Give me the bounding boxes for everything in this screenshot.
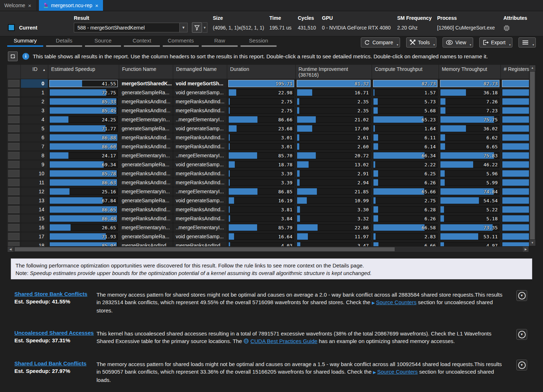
col-header-registers[interactable]: # Registers (501, 65, 529, 79)
cell-estimated-speedup[interactable]: 85.78 (48, 169, 119, 178)
col-header-function-name[interactable]: Function Name (119, 65, 173, 79)
cell-memory-throughput[interactable]: 6.62 (439, 133, 501, 142)
cell-runtime-improvement[interactable]: 3.32 (296, 214, 372, 223)
cell-registers[interactable] (501, 241, 529, 246)
cell-registers[interactable] (501, 97, 529, 106)
cell-id[interactable]: 9 (21, 160, 48, 169)
tab-context[interactable]: Context (124, 37, 160, 49)
cell-function-name[interactable]: generateSampleRa... (119, 124, 173, 133)
cell-compute-throughput[interactable]: 1.57 (372, 88, 439, 97)
col-header-demangled-name[interactable]: Demangled Name (173, 65, 227, 79)
cell-id[interactable]: 2 (21, 97, 48, 106)
inline-link[interactable]: CUDA Best Practices Guide (250, 338, 317, 344)
cell-runtime-improvement[interactable]: 3.30 (296, 205, 372, 214)
cell-compute-throughput[interactable]: 6.11 (372, 133, 439, 142)
cell-id[interactable]: 16 (21, 223, 48, 232)
cell-runtime-improvement[interactable]: 11.97 (296, 232, 372, 241)
scroll-down-icon[interactable]: ▼ (529, 240, 535, 246)
cell-duration[interactable]: 3.01 (227, 133, 296, 142)
cell-demangled-name[interactable]: mergeRanksAndInd... (173, 106, 227, 115)
cell-memory-throughput[interactable]: 46.22 (439, 160, 501, 169)
cell-function-name[interactable]: mergeSortSharedK... (119, 79, 173, 88)
cell-id[interactable]: 7 (21, 142, 48, 151)
cell-demangled-name[interactable]: ..mergeElementaryI... (173, 115, 227, 124)
cell-memory-throughput[interactable]: 75.83 (439, 151, 501, 160)
cell-memory-throughput[interactable]: 7.26 (439, 97, 501, 106)
tab-session[interactable]: Session (241, 37, 277, 49)
cell-runtime-improvement[interactable]: 16.71 (296, 88, 372, 97)
cell-duration[interactable]: 85.70 (227, 151, 296, 160)
cell-compute-throughput[interactable]: 66.58 (372, 223, 439, 232)
cell-function-name[interactable]: mergeRanksAndInd... (119, 178, 173, 187)
row-handle[interactable] (7, 214, 21, 223)
cell-memory-throughput[interactable]: 74.84 (439, 187, 501, 196)
cell-estimated-speedup[interactable]: 67.84 (48, 196, 119, 205)
row-handle[interactable] (7, 232, 21, 241)
cell-registers[interactable] (501, 151, 529, 160)
row-handle[interactable] (7, 133, 21, 142)
cell-compute-throughput[interactable]: 2.83 (372, 232, 439, 241)
inline-link[interactable]: Source Counters (377, 369, 418, 375)
cell-function-name[interactable]: mergeRanksAndInd... (119, 133, 173, 142)
cell-registers[interactable] (501, 124, 529, 133)
vertical-scrollbar[interactable]: ▲ ▼ (529, 65, 536, 246)
cell-compute-throughput[interactable]: 6.25 (372, 169, 439, 178)
cell-duration[interactable]: 18.78 (227, 160, 296, 169)
cell-id[interactable]: 17 (21, 232, 48, 241)
cell-compute-throughput[interactable]: 82.73 (372, 79, 439, 88)
cell-compute-throughput[interactable]: 5.73 (372, 97, 439, 106)
cell-id[interactable]: 1 (21, 88, 48, 97)
cell-compute-throughput[interactable]: 6.28 (372, 205, 439, 214)
cell-runtime-improvement[interactable]: 2.61 (296, 133, 372, 142)
cell-id[interactable]: 5 (21, 124, 48, 133)
filter-dropdown-button[interactable]: ▼ (202, 22, 207, 33)
cell-duration[interactable]: 86.66 (227, 115, 296, 124)
cell-estimated-speedup[interactable]: 85.33 (48, 97, 119, 106)
cell-memory-throughput[interactable]: 36.18 (439, 88, 501, 97)
cell-runtime-improvement[interactable]: 81.32 (296, 79, 372, 88)
cell-id[interactable]: 18 (21, 241, 48, 246)
cell-registers[interactable] (501, 169, 529, 178)
cell-registers[interactable] (501, 160, 529, 169)
scroll-up-icon[interactable]: ▲ (529, 65, 535, 71)
close-icon[interactable]: × (95, 3, 99, 8)
cell-registers[interactable] (501, 178, 529, 187)
tab-source[interactable]: Source (85, 37, 121, 49)
cell-duration[interactable]: 3.84 (227, 214, 296, 223)
row-handle[interactable] (7, 178, 21, 187)
filter-button[interactable] (192, 22, 202, 33)
cell-function-name[interactable]: generateSampleRa... (119, 232, 173, 241)
cell-runtime-improvement[interactable]: 21.02 (296, 115, 372, 124)
cell-estimated-speedup[interactable]: 72.75 (48, 88, 119, 97)
horizontal-scrollbar-thumb[interactable] (15, 247, 395, 251)
cell-compute-throughput[interactable]: 6.66 (372, 241, 439, 246)
cell-duration[interactable]: 4.03 (227, 241, 296, 246)
row-handle[interactable] (7, 169, 21, 178)
cell-estimated-speedup[interactable]: 86.48 (48, 214, 119, 223)
cell-runtime-improvement[interactable]: 10.99 (296, 196, 372, 205)
cell-duration[interactable]: 86.85 (227, 187, 296, 196)
cell-memory-throughput[interactable]: 5.99 (439, 178, 501, 187)
cell-compute-throughput[interactable]: 6.26 (372, 214, 439, 223)
cell-duration[interactable]: 3.39 (227, 178, 296, 187)
cell-demangled-name[interactable]: void generateSamp... (173, 232, 227, 241)
cell-estimated-speedup[interactable]: 41.55 (48, 79, 119, 88)
collapse-rule-button[interactable]: ▼ (516, 360, 527, 370)
cell-demangled-name[interactable]: void generateSamp... (173, 88, 227, 97)
cell-duration[interactable]: 22.98 (227, 88, 296, 97)
col-header-compute-throughput[interactable]: Compute Throughput (372, 65, 439, 79)
view-button[interactable]: View▾ (443, 37, 473, 48)
cell-runtime-improvement[interactable]: 2.60 (296, 142, 372, 151)
tools-button[interactable]: Tools▾ (406, 37, 437, 48)
cell-id[interactable]: 3 (21, 106, 48, 115)
cell-demangled-name[interactable]: mergeRanksAndInd... (173, 169, 227, 178)
col-header-duration[interactable]: Duration (227, 65, 296, 79)
cell-duration[interactable]: 16.64 (227, 232, 296, 241)
row-handle[interactable] (7, 106, 21, 115)
cell-id[interactable]: 15 (21, 214, 48, 223)
cell-compute-throughput[interactable]: 65.66 (372, 187, 439, 196)
tab-details[interactable]: Details (46, 37, 82, 49)
cell-estimated-speedup[interactable]: 71.93 (48, 232, 119, 241)
export-button[interactable]: Export▾ (479, 37, 512, 48)
cell-function-name[interactable]: mergeElementaryIn... (119, 223, 173, 232)
